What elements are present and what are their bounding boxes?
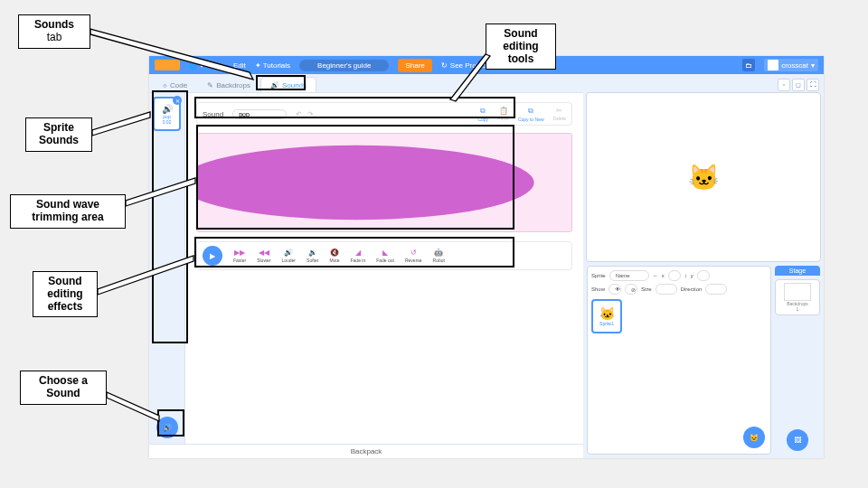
callout-pointers [0,0,868,488]
